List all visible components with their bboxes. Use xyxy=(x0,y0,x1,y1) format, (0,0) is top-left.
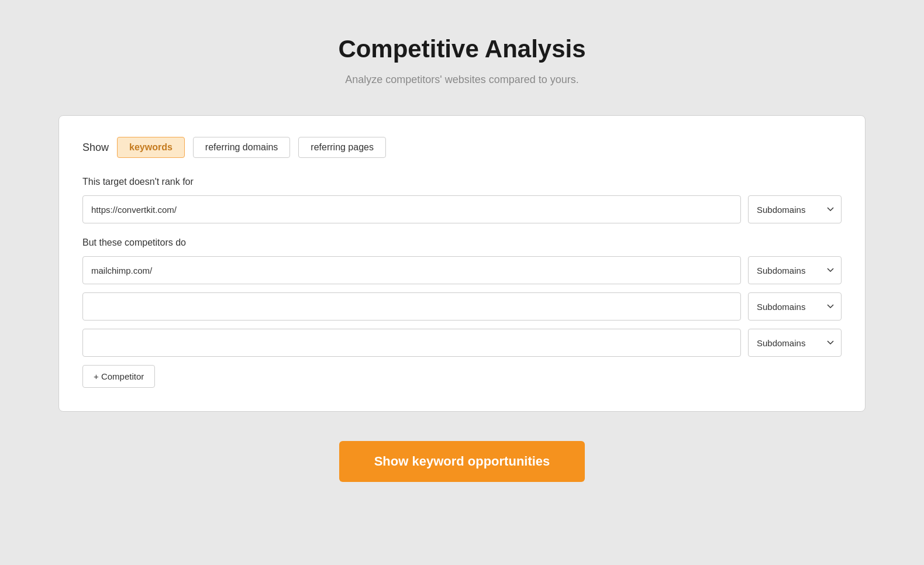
competitor-url-input-0[interactable] xyxy=(82,256,741,284)
tab-referring-pages[interactable]: referring pages xyxy=(298,137,386,158)
competitor-url-input-1[interactable] xyxy=(82,292,741,321)
target-subdomain-select[interactable]: Subdomains Exact URL Domain xyxy=(748,195,842,223)
page-title: Competitive Analysis xyxy=(338,35,585,63)
main-card: Show keywords referring domains referrin… xyxy=(58,115,866,412)
competitor-row-1: Subdomains Exact URL Domain xyxy=(82,292,842,321)
competitor-subdomain-select-1[interactable]: Subdomains Exact URL Domain xyxy=(748,292,842,321)
competitors-section-label: But these competitors do xyxy=(82,237,842,248)
show-keyword-opportunities-button[interactable]: Show keyword opportunities xyxy=(339,441,585,482)
show-row: Show keywords referring domains referrin… xyxy=(82,137,842,158)
competitors-section: But these competitors do Subdomains Exac… xyxy=(82,237,842,388)
target-url-input[interactable] xyxy=(82,195,741,223)
show-label: Show xyxy=(82,142,109,154)
competitor-row-2: Subdomains Exact URL Domain xyxy=(82,329,842,357)
add-competitor-button[interactable]: + Competitor xyxy=(82,365,155,388)
competitor-row-0: Subdomains Exact URL Domain xyxy=(82,256,842,284)
competitor-subdomain-select-0[interactable]: Subdomains Exact URL Domain xyxy=(748,256,842,284)
target-section-label: This target doesn't rank for xyxy=(82,177,842,187)
target-section: This target doesn't rank for Subdomains … xyxy=(82,177,842,223)
tab-keywords[interactable]: keywords xyxy=(117,137,185,158)
page-subtitle: Analyze competitors' websites compared t… xyxy=(345,74,579,86)
tab-referring-domains[interactable]: referring domains xyxy=(193,137,291,158)
competitor-subdomain-select-2[interactable]: Subdomains Exact URL Domain xyxy=(748,329,842,357)
competitor-url-input-2[interactable] xyxy=(82,329,741,357)
target-input-row: Subdomains Exact URL Domain xyxy=(82,195,842,223)
